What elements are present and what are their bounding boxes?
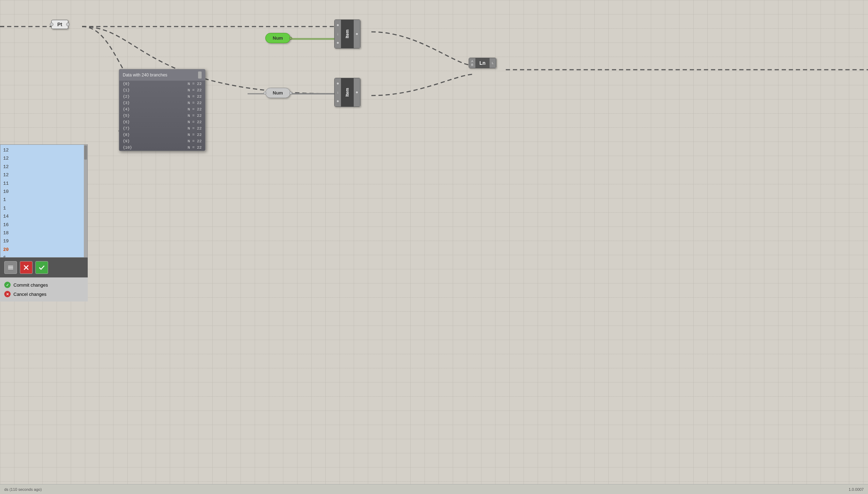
bottom-toolbar: [0, 258, 88, 277]
num1-label: Num: [273, 35, 283, 41]
list-item[interactable]: 18: [3, 229, 85, 237]
toolbar-list-btn[interactable]: [4, 261, 17, 274]
ln-body: Ln: [475, 58, 490, 68]
scrollbar-thumb: [84, 145, 87, 160]
list-item[interactable]: 10: [3, 188, 85, 196]
item1-node[interactable]: i Item: [334, 19, 360, 48]
item1-ports-left: i: [335, 20, 341, 48]
item1-ports-right: [354, 20, 360, 48]
status-right: 1.0.0007: [849, 487, 864, 492]
popup-row: {8}N = 22: [119, 132, 205, 138]
popup-row: {5}N = 22: [119, 113, 205, 119]
item2-node[interactable]: i Item: [334, 78, 360, 107]
list-item[interactable]: 12: [3, 146, 85, 154]
data-popup: Data with 240 branches {0}N = 22{1}N = 2…: [119, 69, 206, 151]
item1-port-L[interactable]: [336, 24, 339, 27]
popup-row: {9}N = 22: [119, 138, 205, 144]
svg-rect-10: [8, 269, 13, 269]
data-popup-header: Data with 240 branches: [119, 69, 205, 81]
list-item[interactable]: 16: [3, 221, 85, 229]
left-panel: 121212121110111416181920678234: [0, 144, 88, 258]
popup-row: {6}N = 22: [119, 119, 205, 125]
commit-label: Commit changes: [13, 282, 48, 288]
ln-node[interactable]: A B Ln L: [469, 58, 496, 68]
list-item[interactable]: 1: [3, 196, 85, 204]
item1-port-out[interactable]: [355, 33, 358, 35]
popup-row: {1}N = 22: [119, 87, 205, 93]
commit-changes-item[interactable]: ✓ Commit changes: [4, 280, 83, 289]
popup-scrollbar[interactable]: [198, 71, 202, 79]
data-popup-rows: {0}N = 22{1}N = 22{2}N = 22{3}N = 22{4}N…: [119, 81, 205, 151]
ln-ports-left: A B: [469, 58, 475, 68]
data-popup-title: Data with 240 branches: [123, 73, 167, 77]
item2-port-L[interactable]: [336, 82, 339, 85]
item1-port-W[interactable]: [336, 41, 339, 44]
list-item[interactable]: 12: [3, 163, 85, 171]
cancel-changes-item[interactable]: ✕ Cancel changes: [4, 289, 83, 299]
list-item[interactable]: 19: [3, 237, 85, 245]
svg-rect-9: [8, 267, 13, 268]
item2-ports-left: i: [335, 78, 341, 107]
left-panel-scrollbar[interactable]: [84, 145, 87, 257]
toolbar-cancel-btn[interactable]: [20, 261, 33, 274]
svg-rect-8: [8, 266, 13, 266]
cancel-icon: ✕: [4, 291, 11, 297]
list-item[interactable]: 14: [3, 212, 85, 220]
left-panel-list: 121212121110111416181920678234: [0, 145, 87, 258]
status-left: ds (110 seconds ago): [4, 487, 42, 492]
list-item[interactable]: 12: [3, 171, 85, 179]
popup-row: {2}N = 22: [119, 93, 205, 100]
num2-label: Num: [273, 90, 283, 96]
ln-ports-right: L: [490, 58, 496, 68]
popup-row: {10}N = 22: [119, 144, 205, 151]
item1-body: Item: [341, 20, 354, 48]
popup-row: {4}N = 22: [119, 106, 205, 113]
item2-body: Item: [341, 78, 354, 107]
pt-node-label: Pt: [57, 22, 62, 27]
popup-row: {0}N = 22: [119, 81, 205, 87]
commit-icon: ✓: [4, 282, 11, 288]
list-item[interactable]: 12: [3, 154, 85, 162]
num2-node[interactable]: Num: [265, 88, 290, 98]
list-item[interactable]: 1: [3, 204, 85, 212]
popup-row: {3}N = 22: [119, 100, 205, 106]
status-bar: ds (110 seconds ago) 1.0.0007: [0, 484, 868, 494]
item2-port-W[interactable]: [336, 100, 339, 103]
item2-port-out[interactable]: [355, 91, 358, 94]
num1-node[interactable]: Num: [265, 33, 290, 43]
popup-row: {7}N = 22: [119, 125, 205, 132]
list-item[interactable]: 6: [3, 254, 85, 258]
cancel-label: Cancel changes: [13, 292, 46, 297]
list-item[interactable]: 11: [3, 179, 85, 188]
bottom-actions: ✓ Commit changes ✕ Cancel changes: [0, 277, 88, 301]
list-item[interactable]: 20: [3, 246, 85, 254]
item2-ports-right: [354, 78, 360, 107]
pt-node[interactable]: Pt: [51, 20, 68, 29]
toolbar-confirm-btn[interactable]: [35, 261, 48, 274]
